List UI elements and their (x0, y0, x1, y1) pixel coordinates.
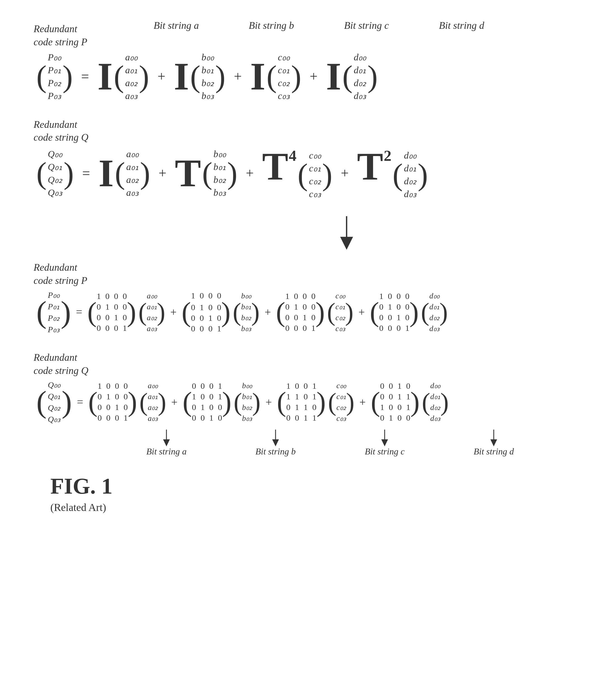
p-label: Redundant code string P (34, 22, 89, 49)
expanded-q-lhs: ( Q₀₀ Q₀₁ Q₀₂ Q₀₃ ) (36, 380, 72, 424)
q-label: Redundant code string Q (34, 118, 89, 144)
svg-marker-7 (381, 439, 388, 447)
fig-sublabel: (Related Art) (50, 501, 575, 513)
term4-p: I ( d₀₀ d₀₁ d₀₂ d₀₃ ) (326, 51, 378, 101)
header-bit-b-top: Bit string b (224, 20, 319, 31)
svg-marker-3 (163, 439, 170, 447)
top-section: Redundant code string P Bit string a Bit… (34, 22, 575, 101)
q-term3: T 4 ( c₀₀ c₀₁ c₀₂ c₀₃ ) (262, 147, 332, 199)
q-coeff-4: ( 0010 0011 1001 0100 ) (371, 381, 420, 423)
middle-section: Redundant code string Q ( Q₀₀ Q₀₁ Q₀₂ Q₀… (34, 118, 575, 200)
expanded-p-equals: = (76, 305, 83, 318)
bottom-label-b: Bit string b (221, 430, 330, 457)
header-bit-d-top: Bit string d (414, 20, 509, 31)
plus2-q: + (246, 165, 254, 181)
q-term1: I ( a₀₀ a₀₁ a₀₂ a₀₃ ) (99, 148, 150, 198)
plus2-p: + (234, 68, 242, 85)
figure-block: FIG. 1 (Related Art) (50, 473, 575, 513)
header-bit-a-top: Bit string a (129, 20, 224, 31)
bottom-label-d: Bit string d (439, 430, 548, 457)
expanded-p-section: Redundantcode string P ( P₀₀ P₀₁ P₀₂ P₀₃… (34, 261, 575, 334)
svg-marker-1 (340, 237, 353, 250)
expanded-q-label: Redundantcode string Q (34, 351, 95, 377)
plus1-p: + (157, 68, 165, 85)
id-matrix-2: ( 1000 0100 0010 0001 ) (181, 291, 230, 333)
q-coeff-3: ( 1001 1101 0110 0011 ) (277, 381, 326, 423)
lhs-matrix-q: ( Q₀₀ Q₀₁ Q₀₂ Q₀₃ ) (36, 148, 74, 198)
header-bit-c-top: Bit string c (319, 20, 414, 31)
term3-p: I ( c₀₀ c₀₁ c₀₂ c₀₃ ) (250, 51, 301, 101)
expanded-p-lhs: ( P₀₀ P₀₁ P₀₂ P₀₃ ) (36, 290, 71, 334)
bottom-label-a: Bit string a (112, 430, 221, 457)
expanded-q-section: Redundantcode string Q ( Q₀₀ Q₀₁ Q₀₂ Q₀₃… (34, 351, 575, 457)
down-arrow (118, 216, 575, 250)
id-matrix-4: ( 1000 0100 0010 0001 ) (370, 292, 419, 333)
bottom-labels-row: Bit string a Bit string b Bit string c (112, 430, 575, 457)
svg-marker-9 (490, 439, 497, 447)
plus3-q: + (341, 165, 349, 181)
page: Redundant code string P Bit string a Bit… (0, 0, 609, 700)
plus3-p: + (310, 68, 317, 85)
expanded-p-label: Redundantcode string P (34, 261, 95, 287)
q-coeff-1: ( 1000 0100 0010 0001 ) (88, 381, 137, 423)
svg-marker-5 (272, 439, 279, 447)
id-matrix-3: ( 1000 0100 0010 0001 ) (276, 292, 325, 333)
id-matrix-1: ( 1000 0100 0010 0001 ) (87, 292, 136, 333)
plus1-q: + (159, 165, 167, 181)
expanded-q-equals: = (77, 396, 83, 408)
term2-p: I ( b₀₀ b₀₁ b₀₂ b₀₃ ) (174, 51, 225, 101)
q-term2: T ( b₀₀ b₀₁ b₀₂ b₀₃ ) (175, 148, 238, 198)
term1-p: I ( a₀₀ a₀₁ a₀₂ a₀₃ ) (97, 51, 149, 101)
equals-p: = (81, 68, 89, 85)
fig-label: FIG. 1 (50, 473, 575, 499)
q-term4: T 2 ( d₀₀ d₀₁ d₀₂ d₀₃ ) (357, 147, 428, 199)
bottom-label-c: Bit string c (330, 430, 439, 457)
q-coeff-2: ( 0001 1001 0100 0010 ) (183, 381, 232, 423)
equals-q: = (82, 165, 90, 181)
lhs-matrix-p: ( P₀₀ P₀₁ P₀₂ P₀₃ ) (36, 51, 73, 101)
